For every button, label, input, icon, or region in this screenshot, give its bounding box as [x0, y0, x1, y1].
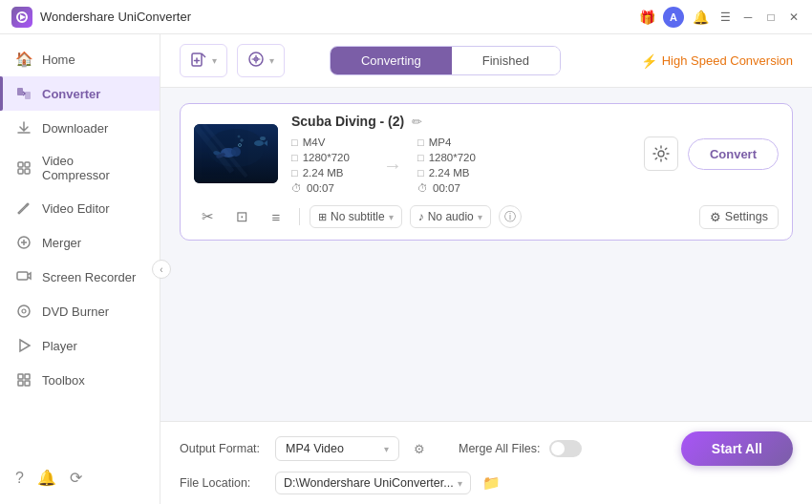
- player-icon: [15, 337, 32, 354]
- source-format-row: □ M4V: [291, 136, 368, 148]
- svg-point-29: [260, 136, 266, 140]
- output-format-select[interactable]: MP4 Video ▾: [275, 436, 399, 461]
- resolution-icon: □: [291, 152, 298, 163]
- sidebar-label-screen-recorder: Screen Recorder: [42, 270, 136, 284]
- output-format: MP4: [429, 136, 452, 148]
- tab-converting[interactable]: Converting: [331, 47, 452, 74]
- svg-rect-16: [25, 381, 30, 386]
- info-button[interactable]: ⓘ: [499, 205, 522, 228]
- sidebar-item-dvd-burner[interactable]: DVD Burner: [0, 294, 160, 328]
- sidebar-item-screen-recorder[interactable]: Screen Recorder: [0, 260, 160, 294]
- sidebar-bottom: ? 🔔 ⟳: [0, 459, 160, 496]
- converter-icon: [15, 85, 32, 102]
- file-location-label: File Location:: [180, 476, 266, 490]
- menu-icon[interactable]: ☰: [718, 10, 732, 24]
- tab-finished[interactable]: Finished: [452, 47, 560, 74]
- svg-rect-3: [25, 92, 31, 99]
- file-location-select[interactable]: D:\Wondershare UniConverter... ▾: [275, 472, 471, 494]
- svg-rect-2: [17, 88, 23, 95]
- output-clock-icon: ⏱: [417, 182, 428, 194]
- sidebar-item-video-editor[interactable]: Video Editor: [0, 191, 160, 225]
- file-title-row: Scuba Diving - (2) ✏: [291, 114, 630, 129]
- home-icon: 🏠: [15, 51, 32, 68]
- lightning-icon: ⚡: [641, 53, 657, 69]
- settings-text-button[interactable]: ⚙ Settings: [699, 205, 779, 229]
- subtitle-value: No subtitle: [331, 210, 385, 223]
- add-dvd-arrow: ▾: [269, 55, 274, 66]
- file-location-row: File Location: D:\Wondershare UniConvert…: [180, 472, 793, 494]
- clock-icon: ⏱: [291, 182, 302, 194]
- sidebar-item-video-compressor[interactable]: Video Compressor: [0, 145, 160, 191]
- output-file-icon: □: [417, 136, 424, 148]
- svg-point-28: [254, 140, 264, 146]
- titlebar: Wondershare UniConverter 🎁 A 🔔 ☰ ─ □ ✕: [0, 0, 812, 34]
- file-card: Scuba Diving - (2) ✏ □ M4V: [180, 103, 793, 241]
- add-dvd-button[interactable]: ▾: [237, 44, 285, 77]
- output-meta: □ MP4 □ 1280*720 □ 2.24 MB: [417, 136, 503, 194]
- sidebar-label-player: Player: [42, 339, 77, 353]
- format-arrow-icon: ▾: [384, 444, 389, 454]
- format-settings-icon[interactable]: ⚙: [409, 438, 430, 459]
- menu-dots-icon[interactable]: ≡: [263, 203, 289, 230]
- sidebar-label-home: Home: [42, 52, 75, 67]
- app-logo: [11, 7, 32, 28]
- output-format-row: □ MP4: [417, 136, 503, 148]
- merge-label: Merge All Files:: [459, 442, 540, 455]
- svg-point-10: [18, 305, 30, 317]
- output-format-value: MP4 Video: [286, 442, 344, 455]
- dvd-icon: [15, 303, 32, 320]
- file-icon: □: [291, 136, 298, 148]
- source-duration: 00:07: [307, 182, 334, 194]
- notification-icon[interactable]: 🔔: [37, 469, 56, 487]
- settings-icon: ⚙: [710, 210, 721, 224]
- thumbnail-image: [194, 124, 278, 183]
- sidebar-item-player[interactable]: Player: [0, 328, 160, 363]
- sidebar-item-converter[interactable]: Converter: [0, 76, 160, 111]
- convert-arrow-icon: →: [383, 155, 402, 177]
- help-icon[interactable]: ?: [15, 470, 24, 487]
- output-resolution: 1280*720: [429, 152, 476, 163]
- recorder-icon: [15, 268, 32, 285]
- content-area: Scuba Diving - (2) ✏ □ M4V: [160, 88, 812, 421]
- speed-label: High Speed Conversion: [662, 53, 793, 68]
- gift-icon[interactable]: 🎁: [638, 9, 655, 26]
- high-speed-button[interactable]: ⚡ High Speed Conversion: [641, 53, 793, 69]
- toolbox-icon: [15, 371, 32, 388]
- output-format-label: Output Format:: [180, 442, 266, 455]
- subtitle-select[interactable]: ⊞ No subtitle ▾: [310, 205, 402, 228]
- add-files-button[interactable]: ▾: [180, 44, 227, 77]
- refresh-icon[interactable]: ⟳: [70, 469, 82, 487]
- bottom-bar: Output Format: MP4 Video ▾ ⚙ Merge All F…: [160, 421, 812, 504]
- audio-select[interactable]: ♪ No audio ▾: [410, 205, 491, 228]
- settings-gear-button[interactable]: [644, 136, 678, 171]
- source-meta: □ M4V □ 1280*720 □ 2.24 MB: [291, 136, 368, 194]
- close-button[interactable]: ✕: [787, 10, 801, 24]
- settings-label: Settings: [725, 210, 768, 223]
- sidebar-label-downloader: Downloader: [42, 121, 108, 136]
- svg-rect-13: [18, 374, 23, 379]
- sidebar-label-merger: Merger: [42, 236, 81, 250]
- sidebar-item-merger[interactable]: Merger: [0, 225, 160, 260]
- folder-icon[interactable]: 📁: [481, 472, 503, 494]
- user-avatar[interactable]: A: [663, 7, 684, 28]
- audio-icon: ♪: [418, 210, 424, 223]
- sidebar-item-toolbox[interactable]: Toolbox: [0, 363, 160, 397]
- start-all-button[interactable]: Start All: [681, 431, 793, 466]
- bell-icon[interactable]: 🔔: [692, 9, 709, 26]
- sidebar-item-downloader[interactable]: Downloader: [0, 111, 160, 145]
- copy-icon[interactable]: ⊡: [228, 203, 255, 230]
- maximize-button[interactable]: □: [764, 10, 778, 24]
- minimize-button[interactable]: ─: [741, 10, 755, 24]
- merge-toggle[interactable]: [549, 440, 582, 457]
- app-body: 🏠 Home Converter Downloader Video: [0, 34, 812, 504]
- file-title: Scuba Diving - (2): [291, 114, 404, 129]
- add-files-arrow: ▾: [212, 55, 217, 66]
- audio-arrow: ▾: [478, 212, 482, 222]
- output-duration-row: ⏱ 00:07: [417, 182, 503, 194]
- convert-button[interactable]: Convert: [688, 138, 779, 170]
- sidebar-item-home[interactable]: 🏠 Home: [0, 42, 160, 76]
- scissors-icon[interactable]: ✂: [194, 203, 221, 230]
- edit-title-icon[interactable]: ✏: [412, 115, 422, 129]
- svg-marker-1: [20, 14, 26, 20]
- collapse-sidebar-button[interactable]: ‹: [152, 260, 171, 279]
